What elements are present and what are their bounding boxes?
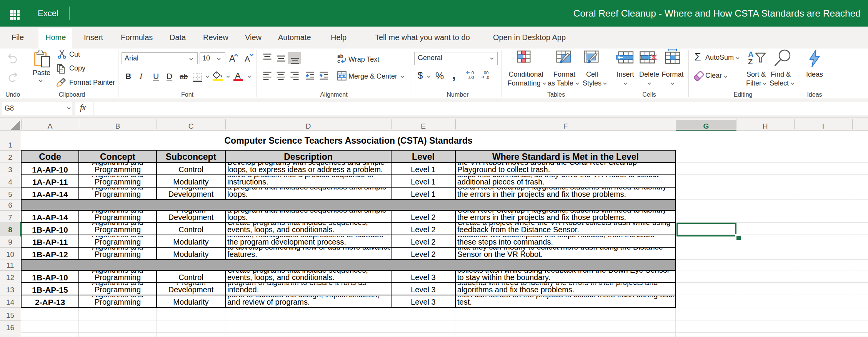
- svg-text:Z: Z: [748, 57, 753, 65]
- svg-text:c: c: [337, 58, 340, 64]
- svg-text:.0: .0: [470, 70, 474, 75]
- svg-text:.0: .0: [486, 75, 489, 80]
- svg-text:.00: .00: [483, 70, 488, 75]
- svg-text:.00: .00: [468, 75, 474, 80]
